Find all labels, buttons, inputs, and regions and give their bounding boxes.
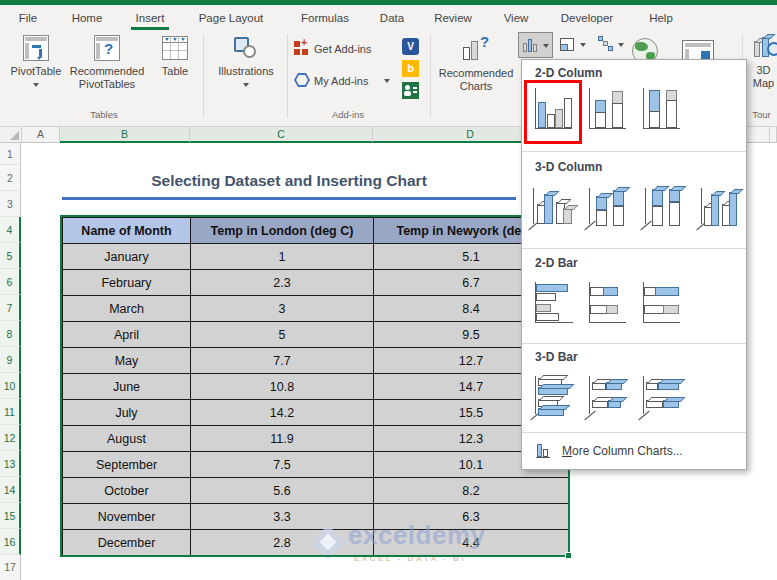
cell-month[interactable]: June (63, 374, 191, 400)
tab-formulas[interactable]: Formulas (294, 8, 356, 28)
row-header-17[interactable]: 17 (0, 555, 21, 580)
chart-type-3d-stacked-column[interactable] (585, 182, 631, 238)
cell-month[interactable]: March (63, 296, 191, 322)
chevron-down-icon (33, 83, 39, 87)
tab-page-layout[interactable]: Page Layout (190, 8, 272, 28)
tab-file[interactable]: File (12, 8, 44, 28)
chart-type-3d-100-stacked-bar[interactable] (639, 372, 685, 428)
chart-type-3d-stacked-bar[interactable] (585, 372, 631, 428)
row-header-7[interactable]: 7 (0, 295, 21, 321)
column-header-B[interactable]: B (60, 127, 190, 143)
fill-handle[interactable] (565, 552, 572, 559)
row-header-10[interactable]: 10 (0, 373, 21, 399)
row-header-9[interactable]: 9 (0, 347, 21, 373)
chart-type-clustered-column[interactable] (531, 84, 577, 140)
sheet-title-cell[interactable]: Selecting Dataset and Inserting Chart (62, 166, 516, 196)
bing-maps-addin-icon[interactable]: b (402, 60, 419, 77)
row-header-3[interactable]: 3 (0, 191, 21, 217)
row-header-1[interactable]: 1 (0, 143, 21, 165)
cell-london[interactable]: 3 (191, 296, 374, 322)
row-header-12[interactable]: 12 (0, 425, 21, 451)
chart-type-3d-clustered-column[interactable] (529, 182, 575, 238)
row-header-5[interactable]: 5 (0, 243, 21, 269)
cell-month[interactable]: September (63, 452, 191, 478)
chart-type-3d-column[interactable] (697, 182, 743, 238)
pivottable-button[interactable]: PivotTable (10, 33, 62, 107)
cell-month[interactable]: May (63, 348, 191, 374)
row-header-15[interactable]: 15 (0, 503, 21, 529)
chart-type-clustered-bar[interactable] (531, 278, 577, 334)
row-header-13[interactable]: 13 (0, 451, 21, 477)
column-header-F[interactable] (770, 127, 777, 143)
insert-hierarchy-chart-button[interactable] (556, 32, 591, 58)
chart-type-stacked-bar[interactable] (585, 278, 631, 334)
tab-help[interactable]: Help (644, 8, 678, 28)
cell-month[interactable]: November (63, 504, 191, 530)
people-graph-addin-icon[interactable] (402, 82, 419, 99)
tour-group-label: Tour (746, 109, 777, 120)
cell-london[interactable]: 10.8 (191, 374, 374, 400)
table-header-cell[interactable]: Name of Month (63, 218, 191, 244)
cell-newyork[interactable]: 8.2 (374, 478, 569, 504)
row-header-4[interactable]: 4 (0, 217, 21, 243)
chart-type-3d-clustered-bar[interactable] (531, 372, 577, 428)
my-addins-icon (294, 73, 310, 87)
illustrations-button[interactable]: Illustrations (208, 33, 284, 107)
cell-month[interactable]: July (63, 400, 191, 426)
tab-insert[interactable]: Insert (128, 8, 172, 28)
excel-window: File Home Insert Page Layout Formulas Da… (0, 0, 777, 580)
tab-review[interactable]: Review (428, 8, 478, 28)
row-header-11[interactable]: 11 (0, 399, 21, 425)
chart-type-100-stacked-column[interactable] (639, 84, 685, 140)
section-title-3d-bar: 3-D Bar (535, 350, 578, 364)
row-header-2[interactable]: 2 (0, 165, 21, 191)
cell-london[interactable]: 5.6 (191, 478, 374, 504)
tab-view[interactable]: View (498, 8, 534, 28)
cell-london[interactable]: 1 (191, 244, 374, 270)
insert-waterfall-chart-button[interactable] (594, 32, 629, 58)
row-header-14[interactable]: 14 (0, 477, 21, 503)
chevron-down-icon (580, 43, 586, 47)
tab-data[interactable]: Data (374, 8, 410, 28)
3d-map-button[interactable]: 3D Map (750, 32, 777, 106)
chart-type-3d-100-stacked-column[interactable] (641, 182, 687, 238)
my-addins-button[interactable]: My Add-ins (292, 70, 396, 92)
recommended-charts-button[interactable]: ? Recommended Charts (436, 33, 516, 107)
row-header-8[interactable]: 8 (0, 321, 21, 347)
row-header-6[interactable]: 6 (0, 269, 21, 295)
section-title-3d-column: 3-D Column (535, 160, 602, 174)
select-all-corner[interactable] (0, 127, 22, 143)
cell-london[interactable]: 7.7 (191, 348, 374, 374)
chart-type-100-stacked-bar[interactable] (639, 278, 685, 334)
cell-month[interactable]: April (63, 322, 191, 348)
chart-type-stacked-column[interactable] (585, 84, 631, 140)
recommended-pivottables-icon: ? (94, 35, 120, 61)
cell-month[interactable]: December (63, 530, 191, 556)
tab-developer[interactable]: Developer (552, 8, 622, 28)
section-title-2d-bar: 2-D Bar (535, 256, 578, 270)
column-chart-icon (523, 38, 541, 53)
cell-month[interactable]: August (63, 426, 191, 452)
recommended-pivottables-button[interactable]: ? Recommended PivotTables (64, 33, 150, 107)
more-column-charts-item[interactable]: More Column Charts... (522, 434, 746, 468)
table-header-cell[interactable]: Temp in London (deg C) (191, 218, 374, 244)
get-addins-button[interactable]: + Get Add-ins (292, 38, 388, 60)
cell-london[interactable]: 14.2 (191, 400, 374, 426)
visio-addin-icon[interactable]: V (402, 38, 419, 55)
cell-london[interactable]: 7.5 (191, 452, 374, 478)
column-header-C[interactable]: C (190, 127, 373, 143)
chevron-down-icon (243, 83, 249, 87)
cell-month[interactable]: January (63, 244, 191, 270)
column-header-A[interactable]: A (22, 127, 60, 143)
tab-home[interactable]: Home (66, 8, 108, 28)
data-table: Name of Month Temp in London (deg C) Tem… (62, 217, 569, 556)
cell-month[interactable]: February (63, 270, 191, 296)
table-icon (162, 36, 188, 60)
cell-month[interactable]: October (63, 478, 191, 504)
cell-london[interactable]: 5 (191, 322, 374, 348)
table-button[interactable]: Table (152, 33, 198, 107)
cell-london[interactable]: 11.9 (191, 426, 374, 452)
row-header-16[interactable]: 16 (0, 529, 21, 555)
insert-column-chart-button[interactable] (518, 32, 553, 58)
cell-london[interactable]: 2.3 (191, 270, 374, 296)
